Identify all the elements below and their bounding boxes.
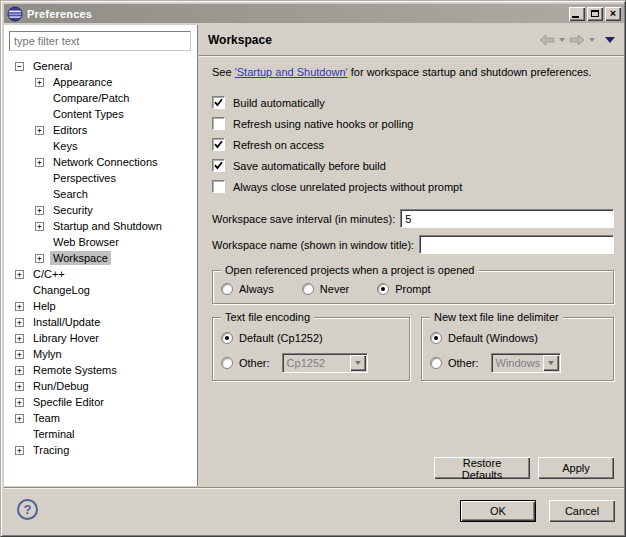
radio-icon[interactable] bbox=[221, 332, 233, 344]
workspace-name-input[interactable] bbox=[419, 235, 614, 254]
preferences-tree: −General+AppearanceCompare/PatchContent … bbox=[9, 58, 192, 458]
radio-icon[interactable] bbox=[302, 283, 314, 295]
tree-item-help[interactable]: +Help bbox=[9, 298, 192, 314]
tree-item-install-update[interactable]: +Install/Update bbox=[9, 314, 192, 330]
tree-expand-icon[interactable]: + bbox=[35, 254, 44, 263]
tree-item-general[interactable]: −General bbox=[9, 58, 192, 74]
minimize-button[interactable] bbox=[569, 7, 585, 21]
encoding-combo[interactable]: Cp1252 bbox=[282, 353, 368, 373]
checkbox-build-automatically[interactable]: Build automatically bbox=[212, 96, 614, 109]
checkbox-icon[interactable] bbox=[212, 159, 225, 172]
radio-label: Prompt bbox=[395, 283, 430, 295]
tree-item-label: Content Types bbox=[50, 107, 127, 121]
tree-item-startup-and-shutdown[interactable]: +Startup and Shutdown bbox=[9, 218, 192, 234]
tree-item-keys[interactable]: Keys bbox=[9, 138, 192, 154]
tree-expand-icon[interactable]: + bbox=[35, 158, 44, 167]
tree-item-appearance[interactable]: +Appearance bbox=[9, 74, 192, 90]
footer-buttons: OK Cancel bbox=[460, 500, 615, 522]
encoding-combo-dropdown-button[interactable] bbox=[350, 355, 366, 371]
tree-item-search[interactable]: Search bbox=[9, 186, 192, 202]
tree-item-mylyn[interactable]: +Mylyn bbox=[9, 346, 192, 362]
tree-item-editors[interactable]: +Editors bbox=[9, 122, 192, 138]
tree-expand-icon[interactable]: + bbox=[35, 126, 44, 135]
radio-icon[interactable] bbox=[430, 332, 442, 344]
forward-arrow-icon[interactable] bbox=[569, 34, 585, 46]
back-history-menu-icon[interactable] bbox=[559, 38, 565, 42]
radio-icon[interactable] bbox=[430, 357, 442, 369]
tree-expand-icon[interactable]: + bbox=[15, 270, 24, 279]
encoding-group-title: Text file encoding bbox=[221, 311, 314, 323]
checkbox-refresh-on-access[interactable]: Refresh on access bbox=[212, 138, 614, 151]
radio-option-never[interactable]: Never bbox=[302, 283, 349, 295]
radio-option-always[interactable]: Always bbox=[221, 283, 274, 295]
tree-item-remote-systems[interactable]: +Remote Systems bbox=[9, 362, 192, 378]
tree-item-web-browser[interactable]: Web Browser bbox=[9, 234, 192, 250]
tree-collapse-icon[interactable]: − bbox=[15, 62, 24, 71]
encoding-other-option[interactable]: Other: Cp1252 bbox=[221, 353, 401, 373]
view-menu-icon[interactable] bbox=[605, 37, 615, 43]
tree-item-tracing[interactable]: +Tracing bbox=[9, 442, 192, 458]
tree-expand-icon[interactable]: + bbox=[15, 446, 24, 455]
tree-item-terminal[interactable]: Terminal bbox=[9, 426, 192, 442]
title-bar[interactable]: Preferences × bbox=[4, 4, 624, 23]
ok-button[interactable]: OK bbox=[460, 500, 536, 522]
cancel-button[interactable]: Cancel bbox=[549, 500, 615, 522]
tree-item-run-debug[interactable]: +Run/Debug bbox=[9, 378, 192, 394]
tree-expand-icon[interactable]: + bbox=[15, 382, 24, 391]
delimiter-combo-dropdown-button[interactable] bbox=[543, 355, 559, 371]
checkbox-always-close-unrelated-projects-without-prompt[interactable]: Always close unrelated projects without … bbox=[212, 180, 614, 193]
checkbox-icon[interactable] bbox=[212, 180, 225, 193]
intro-pre: See bbox=[212, 66, 235, 78]
apply-button[interactable]: Apply bbox=[538, 457, 614, 479]
checkbox-icon[interactable] bbox=[212, 117, 225, 130]
restore-defaults-button[interactable]: Restore Defaults bbox=[434, 457, 530, 479]
delimiter-other-option[interactable]: Other: Windows bbox=[430, 353, 605, 373]
radio-icon[interactable] bbox=[221, 357, 233, 369]
tree-item-changelog[interactable]: ChangeLog bbox=[9, 282, 192, 298]
checkbox-save-automatically-before-build[interactable]: Save automatically before build bbox=[212, 159, 614, 172]
tree-item-compare-patch[interactable]: Compare/Patch bbox=[9, 90, 192, 106]
tree-item-label: Appearance bbox=[50, 75, 115, 89]
radio-icon[interactable] bbox=[377, 283, 389, 295]
encoding-default-option[interactable]: Default (Cp1252) bbox=[221, 332, 401, 344]
startup-shutdown-link[interactable]: 'Startup and Shutdown' bbox=[235, 66, 348, 78]
back-arrow-icon[interactable] bbox=[539, 34, 555, 46]
tree-expand-icon[interactable]: + bbox=[15, 414, 24, 423]
delimiter-default-option[interactable]: Default (Windows) bbox=[430, 332, 605, 344]
page-title: Workspace bbox=[208, 33, 539, 47]
tree-expand-icon[interactable]: + bbox=[15, 318, 24, 327]
tree-item-library-hover[interactable]: +Library Hover bbox=[9, 330, 192, 346]
tree-item-perspectives[interactable]: Perspectives bbox=[9, 170, 192, 186]
tree-expand-icon[interactable]: + bbox=[15, 350, 24, 359]
checkbox-icon[interactable] bbox=[212, 96, 225, 109]
checkbox-icon[interactable] bbox=[212, 138, 225, 151]
tree-item-label: Help bbox=[30, 299, 59, 313]
open-referenced-group: Open referenced projects when a project … bbox=[212, 270, 614, 304]
close-button[interactable]: × bbox=[605, 7, 621, 21]
tree-item-label: Run/Debug bbox=[30, 379, 92, 393]
maximize-button[interactable] bbox=[587, 7, 603, 21]
tree-expand-icon[interactable]: + bbox=[35, 78, 44, 87]
tree-expand-icon[interactable]: + bbox=[35, 206, 44, 215]
tree-item-content-types[interactable]: Content Types bbox=[9, 106, 192, 122]
filter-input[interactable] bbox=[9, 31, 191, 51]
tree-expand-icon[interactable]: + bbox=[15, 302, 24, 311]
tree-expand-icon[interactable]: + bbox=[35, 222, 44, 231]
radio-icon[interactable] bbox=[221, 283, 233, 295]
radio-option-prompt[interactable]: Prompt bbox=[377, 283, 430, 295]
tree-expand-icon[interactable]: + bbox=[15, 398, 24, 407]
help-button[interactable]: ? bbox=[17, 499, 38, 520]
tree-item-network-connections[interactable]: +Network Connections bbox=[9, 154, 192, 170]
tree-item-security[interactable]: +Security bbox=[9, 202, 192, 218]
delimiter-combo[interactable]: Windows bbox=[491, 353, 561, 373]
tree-expand-icon[interactable]: + bbox=[15, 366, 24, 375]
save-interval-input[interactable] bbox=[400, 209, 614, 228]
checkbox-refresh-using-native-hooks-or-polling[interactable]: Refresh using native hooks or polling bbox=[212, 117, 614, 130]
tree-item-team[interactable]: +Team bbox=[9, 410, 192, 426]
tree-item-specfile-editor[interactable]: +Specfile Editor bbox=[9, 394, 192, 410]
tree-item-workspace[interactable]: +Workspace bbox=[9, 250, 192, 266]
tree-item-c-c[interactable]: +C/C++ bbox=[9, 266, 192, 282]
forward-history-menu-icon[interactable] bbox=[589, 38, 595, 42]
tree-item-label: Search bbox=[50, 187, 91, 201]
tree-expand-icon[interactable]: + bbox=[15, 334, 24, 343]
